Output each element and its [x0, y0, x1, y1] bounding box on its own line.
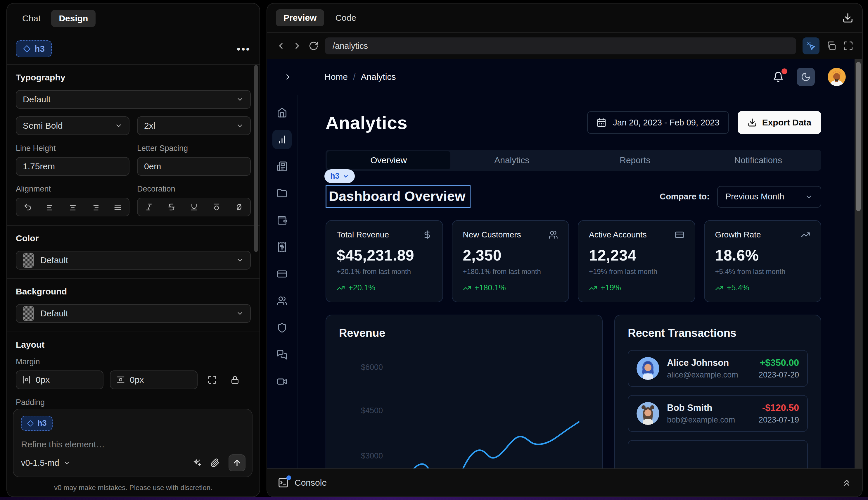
left-panel-scrollbar[interactable] [254, 65, 258, 252]
transaction-row[interactable]: Bob Smith bob@example.com -$120.50 2023-… [628, 395, 808, 432]
tab-preview[interactable]: Preview [276, 9, 324, 26]
font-family-select[interactable]: Default [16, 90, 251, 109]
chevron-down-icon [236, 310, 244, 317]
download-icon[interactable] [842, 12, 853, 23]
font-size-select[interactable]: 2xl [137, 116, 251, 135]
preview-scrollbar-thumb[interactable] [856, 62, 861, 211]
url-input[interactable]: /analytics [325, 37, 796, 54]
align-left-icon[interactable] [41, 198, 60, 216]
margin-x-input[interactable]: 0px [16, 371, 103, 389]
selected-tag-chip[interactable]: h3 [324, 169, 355, 183]
sidebar-video-icon[interactable] [273, 372, 292, 391]
app-content: Analytics Jan 20, 2023 - Feb 09, 2023 Ex… [298, 95, 862, 497]
tab-notifications[interactable]: Notifications [697, 151, 820, 169]
breadcrumb-home[interactable]: Home [324, 72, 348, 82]
panel-mode-tabs: Chat Design [7, 3, 259, 33]
theme-toggle-moon-icon[interactable] [797, 68, 815, 86]
align-justify-icon[interactable] [108, 198, 127, 216]
paperclip-icon[interactable] [210, 458, 220, 467]
sidebar-news-icon[interactable] [273, 157, 292, 176]
back-icon[interactable] [276, 41, 286, 51]
transaction-date: 2023-07-19 [759, 416, 799, 424]
font-weight-select[interactable]: Semi Bold [16, 116, 129, 135]
padding-label: Padding [16, 398, 251, 407]
italic-icon[interactable] [140, 198, 159, 216]
dollar-sign-icon [423, 230, 432, 239]
user-avatar[interactable] [828, 68, 846, 86]
tab-analytics[interactable]: Analytics [450, 151, 574, 169]
tab-chat[interactable]: Chat [15, 10, 48, 27]
line-height-input[interactable]: 1.75rem [16, 157, 129, 176]
expand-margin-icon[interactable] [204, 372, 220, 388]
sidebar-folder-icon[interactable] [273, 184, 292, 203]
design-panel: Chat Design h3 ••• Typography Default Se… [7, 3, 260, 497]
chevron-down-icon [236, 122, 244, 129]
selection-outline[interactable]: Dashboard Overview [326, 185, 471, 208]
underline-icon[interactable] [185, 198, 204, 216]
app-navbar: Home / Analytics [267, 59, 862, 95]
undo-icon[interactable] [19, 198, 37, 216]
preview-scrollbar-track[interactable] [855, 59, 862, 468]
no-decoration-icon[interactable] [230, 198, 248, 216]
selected-element-badge[interactable]: h3 [16, 41, 52, 57]
strikethrough-icon[interactable] [162, 198, 181, 216]
decoration-label: Decoration [137, 184, 251, 194]
align-center-icon[interactable] [63, 198, 82, 216]
align-right-icon[interactable] [86, 198, 105, 216]
color-swatch-icon [23, 253, 34, 268]
fullscreen-icon[interactable] [843, 41, 853, 51]
tab-code[interactable]: Code [328, 9, 364, 26]
refresh-icon[interactable] [309, 41, 319, 51]
trending-up-icon [589, 284, 597, 292]
console-bar[interactable]: Console [267, 468, 862, 497]
sidebar-home-icon[interactable] [273, 103, 292, 122]
typography-section: Typography Default Semi Bold 2xl Line He… [7, 65, 259, 226]
duplicate-icon[interactable] [826, 41, 836, 51]
console-label: Console [294, 478, 327, 488]
forward-icon[interactable] [292, 41, 302, 51]
color-select[interactable]: Default [16, 251, 251, 270]
background-select[interactable]: Default [16, 304, 251, 323]
avatar [637, 357, 659, 380]
tab-design[interactable]: Design [51, 10, 95, 27]
tab-overview[interactable]: Overview [327, 151, 450, 169]
sidebar-analytics-icon[interactable] [273, 130, 292, 149]
model-select[interactable]: v0-1.5-md [21, 458, 70, 468]
dashboard-tabs: Overview Analytics Reports Notifications… [326, 150, 821, 171]
diamond-icon [23, 45, 31, 53]
inspect-cursor-icon[interactable] [802, 37, 820, 54]
chevrons-up-icon[interactable] [842, 478, 852, 488]
margin-y-input[interactable]: 0px [110, 371, 198, 389]
sidebar-credit-card-icon[interactable] [273, 264, 292, 284]
stat-card-total-revenue: Total Revenue $45,231.89 +20.1% from las… [326, 220, 443, 302]
notifications-bell-icon[interactable] [773, 71, 784, 82]
sparkles-icon[interactable] [192, 458, 202, 467]
more-options-icon[interactable]: ••• [237, 43, 251, 55]
date-range-picker[interactable]: Jan 20, 2023 - Feb 09, 2023 [587, 111, 729, 134]
overline-icon[interactable] [207, 198, 226, 216]
composer-element-badge[interactable]: h3 [21, 416, 53, 431]
download-icon [748, 118, 757, 127]
composer-input[interactable]: Refine this element… [21, 440, 244, 450]
transaction-date: 2023-07-20 [759, 371, 799, 379]
lock-margin-icon[interactable] [227, 372, 243, 388]
compare-select[interactable]: Previous Month [717, 186, 821, 208]
send-button[interactable] [229, 454, 245, 471]
refine-composer: h3 Refine this element… v0-1.5-md [13, 409, 253, 477]
sidebar-messages-icon[interactable] [273, 345, 292, 364]
transaction-row[interactable]: Alice Johnson alice@example.com +$350.00… [628, 350, 808, 387]
breadcrumb-current: Analytics [361, 72, 396, 82]
chevron-down-icon [343, 173, 349, 180]
chevron-down-icon [236, 257, 244, 264]
sidebar-expand-icon[interactable] [283, 72, 292, 81]
sidebar-shield-icon[interactable] [273, 318, 292, 338]
compare-label: Compare to: [660, 192, 709, 202]
sidebar-receipt-icon[interactable] [273, 237, 292, 257]
export-data-button[interactable]: Export Data [738, 111, 821, 134]
sidebar-wallet-icon[interactable] [273, 211, 292, 230]
sidebar-users-icon[interactable] [273, 291, 292, 310]
letter-spacing-input[interactable]: 0em [137, 157, 251, 176]
tab-reports[interactable]: Reports [574, 151, 697, 169]
layout-title: Layout [16, 340, 251, 350]
color-title: Color [16, 233, 251, 243]
